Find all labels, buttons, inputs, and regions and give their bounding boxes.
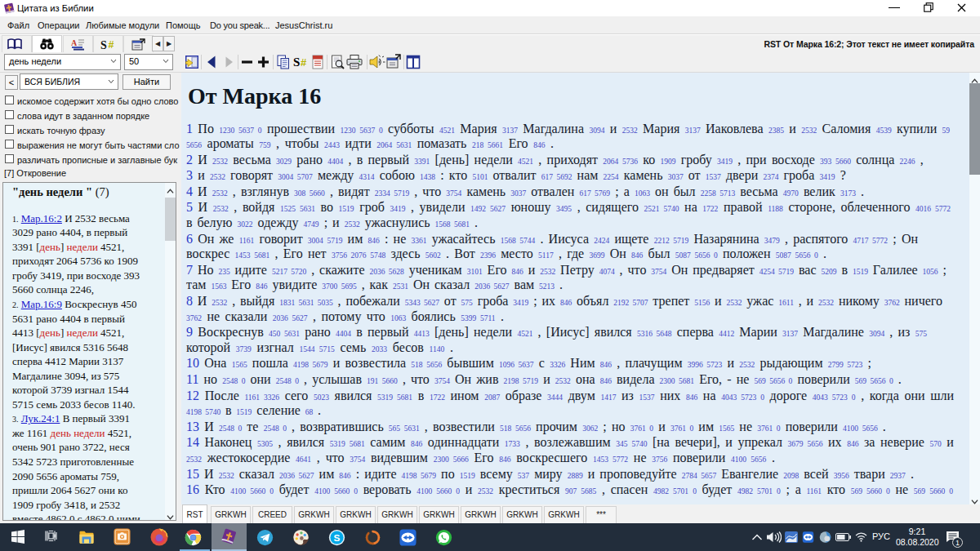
svg-text:#: # <box>301 56 307 69</box>
svg-text:#: # <box>109 39 114 51</box>
svg-text:S: S <box>334 532 341 544</box>
svg-text:S: S <box>293 56 300 69</box>
svg-text:A: A <box>71 38 78 47</box>
svg-text:S: S <box>100 39 107 51</box>
